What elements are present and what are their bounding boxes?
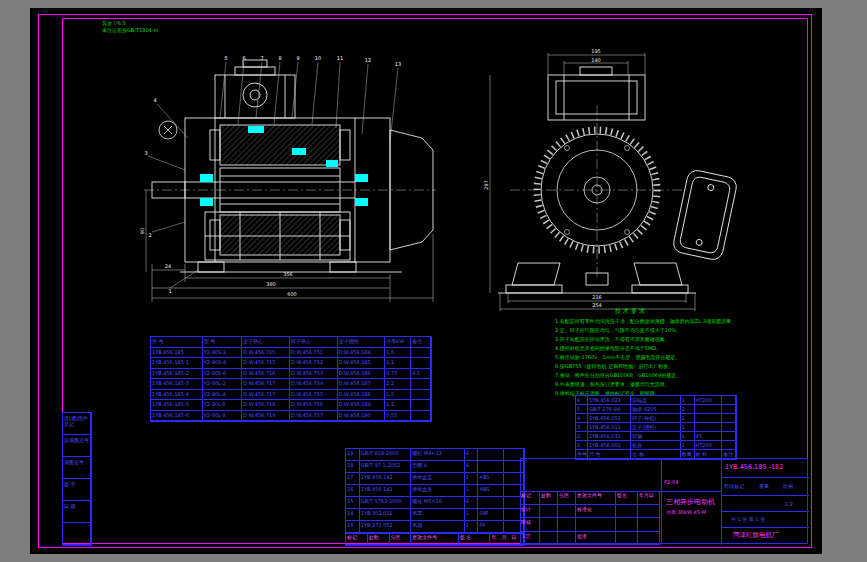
table-cell: 1YB.456.142 bbox=[360, 473, 411, 485]
table-cell: 备注 bbox=[411, 337, 431, 348]
table-row: 审核 bbox=[520, 518, 660, 532]
table-cell: 分区 bbox=[558, 491, 576, 505]
table-cell: 1 bbox=[681, 414, 695, 423]
table-cell: 1 bbox=[681, 432, 695, 441]
table-cell bbox=[695, 423, 723, 432]
table-cell: 垫圈 4 bbox=[411, 461, 464, 473]
table-cell: D.W.456.752 bbox=[290, 358, 338, 369]
table-cell: 1 bbox=[465, 473, 479, 485]
table-cell: D.W.456.718 bbox=[242, 400, 290, 411]
table-row: 61YB.456.021前端盖1HT200 bbox=[576, 396, 736, 405]
cad-drawing-canvas[interactable]: 其余 ▽6.3 未注公差按GB/T1804-m bbox=[30, 8, 822, 554]
table-cell: HT200 bbox=[695, 441, 723, 450]
table-cell: D.W.456.756 bbox=[290, 400, 338, 411]
table-cell: D.W.456.717 bbox=[242, 390, 290, 401]
table-cell: 5 bbox=[576, 405, 588, 414]
table-cell: D.W.456.187 bbox=[338, 379, 386, 390]
table-row: 15GB/T 5783-2000螺栓 M5×164 bbox=[346, 497, 524, 509]
notes-title: 技术要求 bbox=[615, 306, 803, 315]
table-cell: 1YB.456.001 bbox=[588, 441, 631, 450]
table-cell: 工艺 bbox=[520, 532, 540, 546]
table-cell: 螺钉 M4×12 bbox=[411, 449, 464, 461]
table-cell bbox=[540, 532, 558, 546]
table-cell bbox=[411, 358, 431, 369]
table-cell: 1 bbox=[576, 441, 588, 450]
table-cell: 1 bbox=[681, 396, 695, 405]
table-cell: GB/T 276-94 bbox=[588, 405, 631, 414]
table-row: 工艺批准 bbox=[520, 532, 660, 546]
note-line: 3.转子装配后应转动灵活，不得有卡滞及擦碰现象。 bbox=[555, 335, 803, 344]
table-cell: D.W.456.719 bbox=[242, 411, 290, 422]
table-cell bbox=[722, 396, 736, 405]
surface-finish-note: 其余 ▽6.3 未注公差按GB/T1804-m bbox=[102, 20, 158, 34]
table-cell bbox=[411, 411, 431, 422]
table-cell bbox=[722, 414, 736, 423]
table-cell bbox=[478, 461, 504, 473]
table-cell: 处数 bbox=[540, 491, 558, 505]
table-cell: 型 号 bbox=[203, 337, 243, 348]
table-cell: 签名 bbox=[616, 491, 638, 505]
note-line: 5.耐压试验:1760V、1min不击穿，泄漏电流符合规定。 bbox=[555, 353, 803, 362]
table-cell bbox=[63, 523, 91, 545]
table-cell bbox=[638, 505, 660, 519]
table-row: 19GB/T 819-2000螺钉 M4×124 bbox=[346, 449, 524, 461]
dimension-label: 600 bbox=[287, 291, 297, 297]
dimension-label: 380 bbox=[266, 281, 276, 287]
table-cell bbox=[411, 400, 431, 411]
table-cell bbox=[695, 414, 723, 423]
table-cell bbox=[722, 432, 736, 441]
table-cell bbox=[638, 518, 660, 532]
table-row: 1YB.456.185-5Y2-90L-6D.W.456.718D.W.456.… bbox=[151, 400, 431, 411]
table-cell: 4.5 bbox=[411, 369, 431, 380]
table-cell: 年月日 bbox=[638, 491, 660, 505]
dimension-label: 90 bbox=[140, 228, 145, 234]
balloon-number: 12 bbox=[365, 57, 371, 63]
dimension-label: 297 bbox=[483, 180, 489, 190]
motor-front-view: 195 140 297 216 254 bbox=[480, 45, 760, 313]
table-row: 1YB.456.185-2Y2-90S-6D.W.456.716D.W.456.… bbox=[151, 369, 431, 380]
table-cell: 19 bbox=[346, 449, 360, 461]
table-cell: 标准化 bbox=[576, 505, 616, 519]
table-row: 标记处数分区更改文件号签名年月日 bbox=[520, 491, 660, 505]
table-cell bbox=[540, 505, 558, 519]
table-cell: D.W.456.190 bbox=[338, 411, 386, 422]
table-row: 1YB.456.185Y2-90S-2D.W.456.715D.W.456.75… bbox=[151, 348, 431, 359]
table-cell bbox=[722, 423, 736, 432]
table-cell bbox=[540, 518, 558, 532]
table-cell: 1 bbox=[465, 485, 479, 497]
table-cell bbox=[411, 379, 431, 390]
table-cell: 标记 bbox=[520, 491, 540, 505]
balloon-number: 6 bbox=[242, 55, 245, 61]
table-row: 1YB.456.185-4Y2-90L-4D.W.456.717D.W.456.… bbox=[151, 390, 431, 401]
balloon-number: 8 bbox=[278, 55, 281, 61]
table-cell: 底图总号 bbox=[63, 457, 91, 479]
table-cell: Y2-90S-4 bbox=[203, 358, 243, 369]
dimension-label: 356 bbox=[283, 271, 293, 277]
table-cell: Y2-90L-8 bbox=[203, 411, 243, 422]
balloon-number: 5 bbox=[224, 55, 227, 61]
table-cell bbox=[616, 518, 638, 532]
table-row: 141YB.302.011风罩108F bbox=[346, 509, 524, 521]
table-cell: 功率kW bbox=[385, 337, 411, 348]
table-cell: 借(通)用件登记 bbox=[63, 413, 91, 435]
dimension-label: 216 bbox=[592, 294, 602, 300]
table-cell: 15 bbox=[346, 497, 360, 509]
table-cell: 18 bbox=[346, 461, 360, 473]
table-cell: 风罩 bbox=[411, 509, 464, 521]
table-cell: D.W.456.753 bbox=[290, 369, 338, 380]
table-cell: 1.5 bbox=[385, 348, 411, 359]
drawing-subtitle: 功率:30kW 45-M bbox=[666, 509, 706, 515]
table-row: 底图总号 bbox=[63, 457, 91, 479]
table-row: 标记处数分区更改文件号签 名年、月、日 bbox=[346, 533, 524, 545]
table-cell bbox=[411, 390, 431, 401]
table-row: 设计标准化 bbox=[520, 505, 660, 519]
table-cell: 3 bbox=[576, 423, 588, 432]
note-line: 6.按GB755《旋转电机 定额和性能》进行出厂检验。 bbox=[555, 362, 803, 371]
table-cell: 更改文件号 bbox=[576, 491, 616, 505]
dimension-label: 140 bbox=[591, 57, 601, 63]
technical-requirements: 技术要求 1.装配前所有零件均须清洗干净，配合面涂润滑脂，轴承腔内加ZL-3锂基… bbox=[555, 306, 803, 398]
table-cell: 14 bbox=[346, 509, 360, 521]
table-cell: D.W.456.717 bbox=[242, 379, 290, 390]
dimension-label: 24 bbox=[165, 263, 171, 269]
type-code: P2-04 bbox=[664, 479, 678, 485]
